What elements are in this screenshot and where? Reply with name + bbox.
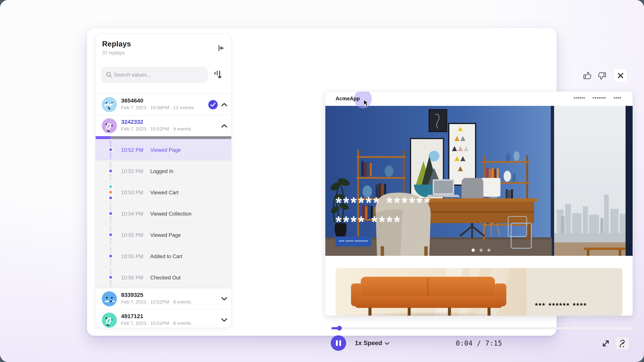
masked-nav-item[interactable]: **** [614, 96, 621, 101]
masked-nav: ****** ******* **** [574, 96, 621, 101]
replay-viewport: AcmeApp ****** ******* **** [325, 92, 632, 316]
copy-link-button[interactable] [616, 337, 629, 350]
expand-session-chevron-down[interactable] [221, 318, 228, 322]
masked-hero-heading-line2: **** **** [336, 217, 402, 227]
event-name: Viewed Page [150, 232, 181, 238]
check-icon [210, 102, 216, 107]
event-time: 10:56 PM [121, 275, 144, 281]
avatar [102, 313, 117, 328]
chevron-down-icon [221, 318, 227, 322]
replay-hero-section: ****** ****** **** **** **** ****** ****… [325, 106, 632, 256]
event-dot-purple [108, 275, 113, 280]
collapse-sidebar-button[interactable] [217, 44, 226, 52]
speed-label: 1x Speed [355, 340, 382, 347]
event-dot-purple [108, 211, 113, 216]
event-row[interactable]: 10:52 PM Logged In [96, 160, 231, 181]
carousel-dot-active[interactable] [472, 249, 475, 252]
search-row [96, 67, 231, 94]
event-time: 10:54 PM [121, 211, 144, 217]
hero-cta-button[interactable]: **** ****** ********** [336, 236, 372, 247]
session-meta: Feb 7, 2023 · 10:51PM · 8 events [121, 321, 191, 326]
collapse-session-chevron-up[interactable] [221, 103, 228, 107]
event-dot-purple [108, 254, 113, 258]
session-id: 3654640 [121, 97, 143, 104]
session-id: 8339325 [121, 292, 143, 298]
sort-descending-icon [213, 78, 222, 80]
sidebar-header: Replays 37 replays [96, 34, 231, 67]
event-dot-orange [108, 190, 113, 194]
sofa-product-image [336, 268, 526, 316]
carousel-dots[interactable] [472, 249, 490, 252]
pause-button[interactable] [331, 335, 346, 351]
session-row-3242332[interactable]: 3242332 Feb 7, 2023 · 10:52PM · 9 events [96, 115, 231, 136]
event-name: Checked Out [150, 275, 180, 281]
replayed-site-header: AcmeApp ****** ******* **** [325, 92, 632, 106]
desktop-background: Replays 37 replays [0, 0, 644, 362]
thumbs-up-button[interactable] [583, 71, 592, 80]
event-row[interactable]: 10:52 PM Viewed Page [96, 139, 231, 160]
session-id: 3242332 [121, 119, 143, 125]
event-row[interactable]: 10:55 PM Added to Cart [96, 245, 231, 267]
masked-nav-item[interactable]: ****** [574, 96, 585, 101]
session-row-8339325[interactable]: 8339325 Feb 7, 2023 · 10:52PM · 8 events [96, 288, 231, 309]
link-icon [618, 340, 626, 347]
event-row[interactable]: 10:55 PM Viewed Page [96, 224, 231, 245]
event-time: 10:55 PM [121, 232, 144, 238]
chevron-down-icon [221, 297, 227, 301]
playback-progress-track[interactable] [332, 327, 632, 329]
session-meta: Feb 7, 2023 · 10:52PM · 9 events [121, 126, 191, 132]
close-replay-button[interactable] [613, 68, 628, 82]
carousel-dot[interactable] [480, 249, 483, 252]
avatar [102, 97, 117, 112]
event-row[interactable]: 10:53 PM Viewed Cart [96, 181, 231, 203]
session-id: 4917121 [121, 313, 143, 320]
event-name: Logged In [150, 168, 174, 174]
expand-session-chevron-down[interactable] [221, 297, 228, 301]
session-row-4917121[interactable]: 4917121 Feb 7, 2023 · 10:51PM · 8 events [96, 309, 231, 328]
avatar [102, 291, 117, 306]
replay-count: 37 replays [102, 50, 124, 56]
event-name: Viewed Cart [150, 190, 178, 196]
window-city-view [551, 106, 632, 256]
search-input[interactable] [114, 67, 204, 83]
acme-app-logo: AcmeApp [336, 96, 360, 102]
collapse-session-chevron-up[interactable] [221, 124, 228, 128]
chevron-down-icon [385, 340, 390, 347]
chevron-up-icon [221, 124, 227, 128]
event-time: 10:52 PM [121, 168, 144, 174]
event-name: Viewed Page [150, 147, 181, 153]
product-text-panel: *** ****** **** [526, 268, 622, 316]
playback-time-display: 0:04 / 7:15 [446, 339, 512, 347]
event-row[interactable]: 10:56 PM Checked Out [96, 267, 231, 288]
playback-speed-button[interactable]: 1x Speed [355, 340, 390, 347]
chevron-up-icon [221, 103, 227, 106]
sort-button[interactable] [213, 70, 222, 80]
replay-hero-image [325, 106, 632, 256]
feedback-controls [583, 68, 628, 83]
thumbs-down-icon [598, 72, 606, 80]
page-title: Replays [102, 40, 131, 48]
carousel-dot[interactable] [487, 249, 490, 252]
event-name: Viewed Collection [150, 211, 192, 217]
session-meta: Feb 7, 2023 · 10:58PM · 12 events [121, 105, 194, 110]
replays-sidebar: Replays 37 replays [95, 34, 232, 328]
selected-check-badge [208, 100, 218, 109]
expand-icon [602, 339, 610, 348]
fullscreen-button[interactable] [602, 339, 610, 348]
playback-progress-thumb[interactable] [337, 326, 342, 331]
close-icon [617, 72, 624, 79]
pause-icon [336, 340, 338, 346]
poster-geometric [449, 124, 476, 185]
thumbs-down-button[interactable] [598, 72, 606, 80]
product-carousel-section: *** ****** **** [336, 268, 622, 316]
poster-sketch [429, 110, 447, 132]
session-row-3654640[interactable]: 3654640 Feb 7, 2023 · 10:58PM · 12 event… [96, 94, 231, 115]
masked-nav-item[interactable]: ******* [593, 96, 606, 101]
event-name: Added to Cart [150, 253, 182, 259]
event-dot-purple [108, 147, 113, 152]
session-replay-progress-fill [96, 136, 110, 139]
thumbs-up-icon [583, 71, 592, 80]
mouse-cursor-icon [363, 99, 370, 108]
event-time: 10:52 PM [121, 147, 144, 153]
event-row[interactable]: 10:54 PM Viewed Collection [96, 203, 231, 224]
